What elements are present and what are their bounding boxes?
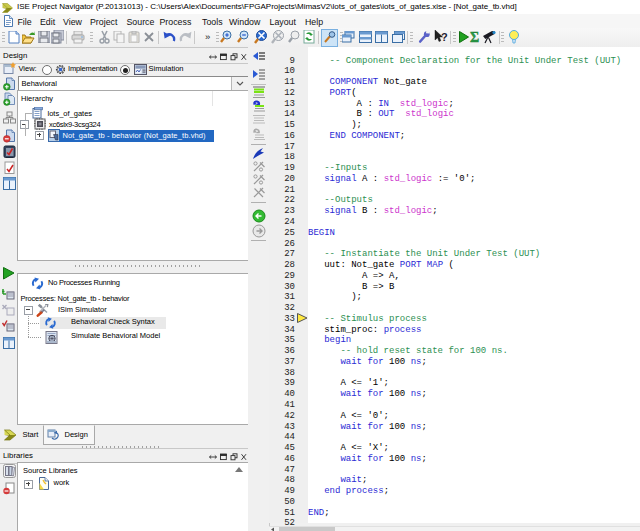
svg-text:?: ? — [441, 31, 448, 43]
svg-text:Σ: Σ — [470, 30, 479, 44]
